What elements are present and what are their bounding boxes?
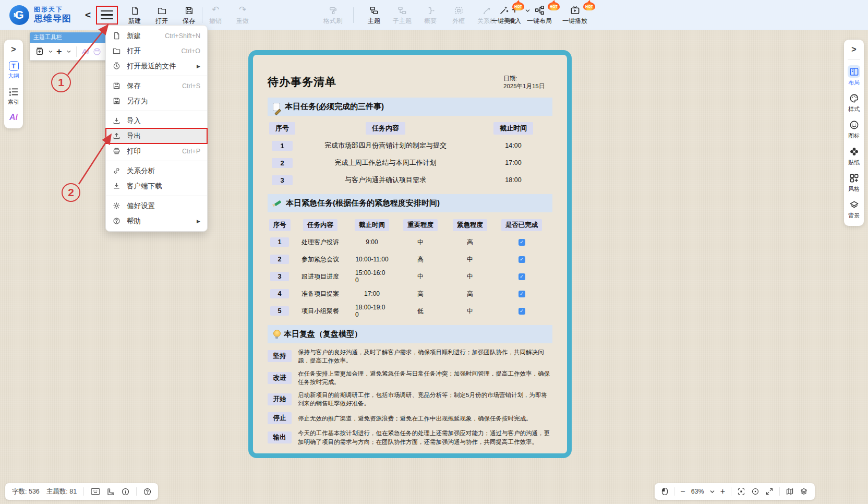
menu-item-print[interactable]: 打印Ctrl+P <box>106 143 207 159</box>
file-icon <box>130 5 139 15</box>
menu-item-label: 导入 <box>127 116 200 126</box>
ruler-icon[interactable] <box>107 488 115 496</box>
submenu-arrow-icon: ▶ <box>197 64 200 69</box>
table-row: 3跟进项目进度15:00-16:00中中✓ <box>268 268 552 285</box>
row-number-cell: 5 <box>270 306 289 316</box>
left-sidebar: > T 大纲 索引 Ai <box>4 40 23 128</box>
sidebar-item-background[interactable]: 背景 <box>848 198 860 220</box>
export-icon <box>113 132 121 140</box>
keyboard-shortcuts-icon[interactable] <box>91 488 100 495</box>
brand-line1: 图形天下 <box>34 6 71 14</box>
one-click-beautify-button[interactable]: 一键美化 HOT <box>491 5 516 26</box>
deadline-cell: 10:00-11:00 <box>355 256 388 263</box>
chevron-down-icon[interactable] <box>67 50 71 53</box>
layers-icon[interactable] <box>800 487 808 496</box>
one-click-play-button[interactable]: 一键播放 HOT <box>562 5 587 26</box>
menu-item-save[interactable]: 保存Ctrl+S <box>106 78 207 93</box>
sidebar-item-layout[interactable]: 布局 <box>848 65 860 87</box>
task-content-cell: 完成市场部四月份营销计划的制定与提交 <box>324 141 447 150</box>
sidebar-item-icons[interactable]: 图标 <box>848 118 860 140</box>
sidebar-item-index[interactable]: 索引 <box>8 87 19 106</box>
center-view-icon[interactable] <box>751 487 760 496</box>
mouse-mode-icon[interactable] <box>661 487 668 496</box>
row-number-cell: 2 <box>270 255 289 264</box>
save-icon <box>113 82 121 90</box>
menu-item-clock[interactable]: 打开最近的文件▶ <box>106 58 207 74</box>
menu-item-export[interactable]: 导出 <box>106 128 207 143</box>
sidebar-item-outline[interactable]: T 大纲 <box>8 61 19 80</box>
menu-item-label: 打开 <box>127 46 182 56</box>
importance-cell: 中 <box>417 272 424 281</box>
add-topic-button[interactable]: + <box>56 47 62 56</box>
zoom-dropdown-chevron[interactable] <box>710 490 715 494</box>
hamburger-menu-button[interactable] <box>101 10 113 20</box>
frame-icon <box>454 5 463 15</box>
menu-item-label: 客户端下载 <box>127 182 200 191</box>
outline-icon: T <box>9 61 19 71</box>
word-count: 字数: 536 <box>12 487 40 496</box>
info-icon[interactable] <box>122 488 129 496</box>
sidebar-item-stickers[interactable]: 贴纸 <box>848 145 860 166</box>
menu-item-import[interactable]: 导入 <box>106 113 207 128</box>
save-file-button[interactable]: 保存 <box>178 5 199 26</box>
menu-item-folder[interactable]: 打开Ctrl+O <box>106 43 207 58</box>
deadline-cell: 17:00 <box>364 290 380 297</box>
zoom-in-button[interactable]: + <box>720 487 725 496</box>
fullscreen-icon[interactable] <box>765 487 774 496</box>
palette-icon[interactable] <box>93 47 101 56</box>
done-checkbox[interactable]: ✓ <box>519 273 525 280</box>
table1-header-row: 序号 任务内容 截止时间 <box>268 120 552 137</box>
menu-item-help[interactable]: 帮助▶ <box>106 213 207 229</box>
topic-button[interactable]: 主题 <box>364 5 384 26</box>
zoom-out-button[interactable]: − <box>680 487 685 496</box>
layout-icon <box>848 65 860 78</box>
collapse-right-panel-chevron[interactable]: > <box>851 45 856 54</box>
fit-to-screen-icon[interactable] <box>737 487 745 496</box>
urgency-cell: 高 <box>467 290 473 298</box>
menu-item-file[interactable]: 新建Ctrl+Shift+N <box>106 28 207 43</box>
map-overview-icon[interactable] <box>786 487 794 496</box>
new-file-button[interactable]: 新建 <box>124 5 145 26</box>
deadline-cell: 18:00-19:00 <box>355 304 389 318</box>
import-icon <box>113 117 121 125</box>
menu-item-label: 另存为 <box>127 97 200 106</box>
topic-count: 主题数: 81 <box>46 487 77 496</box>
clone-topic-button[interactable] <box>35 47 44 56</box>
brand-logo-icon: GM <box>9 5 29 25</box>
table-row: 1处理客户投诉9:00中高✓ <box>268 234 552 251</box>
menu-item-download[interactable]: 客户端下载 <box>106 178 207 194</box>
collapse-toolbar-chevron[interactable]: < <box>85 9 91 21</box>
row-number-cell: 4 <box>270 289 289 298</box>
chevron-down-icon[interactable] <box>49 50 53 53</box>
sidebar-item-ai[interactable]: Ai <box>9 113 18 122</box>
sidebar-item-style[interactable]: 样式 <box>848 92 860 113</box>
done-checkbox[interactable]: ✓ <box>519 308 525 315</box>
sidebar-item-theme-style[interactable]: 风格 <box>848 172 860 193</box>
ai-button[interactable]: Ai <box>82 47 89 56</box>
done-checkbox[interactable]: ✓ <box>519 256 525 263</box>
hot-badge: HOT <box>512 2 524 10</box>
table-row: 2完成上周工作总结与本周工作计划17:00 <box>268 154 552 172</box>
one-click-layout-button[interactable]: 一键布局 HOT <box>527 5 552 26</box>
clock-icon <box>113 62 121 70</box>
menu-item-save-as[interactable]: 另存为 <box>106 93 207 109</box>
task-content-cell: 项目小组聚餐 <box>302 307 339 316</box>
menu-item-gear[interactable]: 偏好设置 <box>106 198 207 213</box>
menu-item-label: 帮助 <box>127 217 197 226</box>
status-bar-left: 字数: 536 主题数: 81 <box>5 483 158 500</box>
importance-cell: 高 <box>417 255 424 264</box>
expand-left-panel-chevron[interactable]: > <box>11 45 16 54</box>
open-file-button[interactable]: 打开 <box>151 5 172 26</box>
mindmap-document-card[interactable]: 待办事务清单 日期: 2025年1月15日 本日任务(必须完成的三件事) 序号 … <box>248 50 572 458</box>
annotation-step-1-badge: 1 <box>51 73 71 92</box>
task-content-cell: 跟进项目进度 <box>302 272 339 281</box>
menu-item-label: 偏好设置 <box>127 201 200 211</box>
review-row: 停止停止无效的推广渠道，避免资源浪费；避免在工作中出现拖延现象，确保任务按时完成… <box>268 412 552 424</box>
help-icon[interactable] <box>143 488 151 496</box>
menu-divider <box>106 196 207 196</box>
menu-item-label: 导出 <box>127 131 200 141</box>
done-checkbox[interactable]: ✓ <box>519 239 525 246</box>
review-label-cell: 停止 <box>268 412 292 424</box>
done-checkbox[interactable]: ✓ <box>519 291 525 297</box>
menu-item-link[interactable]: 关系分析 <box>106 163 207 178</box>
